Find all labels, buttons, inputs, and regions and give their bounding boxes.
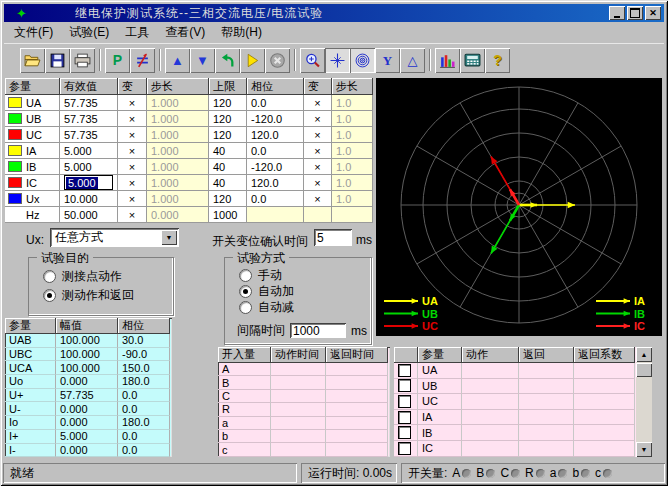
help-button[interactable]: ? bbox=[485, 48, 510, 73]
phase-cell[interactable]: -120.0 bbox=[247, 111, 304, 127]
step-cell[interactable]: 1.0 bbox=[332, 95, 373, 111]
step-cell[interactable]: 1.000 bbox=[147, 127, 209, 143]
menu-item-0[interactable]: 文件(F) bbox=[6, 22, 61, 43]
row-checkbox[interactable] bbox=[398, 379, 411, 392]
dropdown-arrow-icon[interactable]: ▼ bbox=[161, 230, 177, 245]
radio-option-0[interactable]: 手动 bbox=[239, 267, 294, 283]
scroll-thumb[interactable] bbox=[636, 363, 652, 377]
step-cell[interactable]: 1.000 bbox=[147, 159, 209, 175]
phase-cell[interactable] bbox=[247, 207, 304, 223]
value-cell[interactable]: 10.000 bbox=[60, 191, 118, 207]
open-file-button[interactable] bbox=[20, 48, 45, 73]
radio-option-0[interactable]: 测接点动作 bbox=[43, 267, 134, 286]
upper-limit-cell[interactable]: 1000 bbox=[209, 207, 247, 223]
upper-limit-cell[interactable]: 120 bbox=[209, 95, 247, 111]
phase-cell[interactable]: 120.0 bbox=[247, 175, 304, 191]
menu-item-3[interactable]: 查看(V) bbox=[157, 22, 213, 43]
vary-toggle-cell[interactable]: × bbox=[118, 143, 147, 159]
step-cell[interactable]: 1.000 bbox=[147, 191, 209, 207]
phase-cell[interactable]: 0.0 bbox=[247, 95, 304, 111]
phase-cell[interactable]: 0.0 bbox=[247, 191, 304, 207]
step-down-button[interactable]: ▼ bbox=[190, 48, 215, 73]
vary-toggle-cell[interactable]: × bbox=[118, 127, 147, 143]
step-cell[interactable]: 1.000 bbox=[147, 111, 209, 127]
step-cell[interactable]: 1.000 bbox=[147, 143, 209, 159]
interval-input[interactable] bbox=[290, 323, 346, 338]
value-cell[interactable]: 57.735 bbox=[60, 95, 118, 111]
scroll-down-button[interactable]: ▼ bbox=[636, 442, 652, 457]
bar-chart-button[interactable] bbox=[435, 48, 460, 73]
vary-toggle-cell[interactable]: × bbox=[118, 191, 147, 207]
vary-toggle-cell[interactable]: × bbox=[118, 159, 147, 175]
upper-limit-cell[interactable]: 40 bbox=[209, 143, 247, 159]
menu-item-4[interactable]: 帮助(H) bbox=[213, 22, 270, 43]
scroll-track[interactable] bbox=[636, 362, 652, 442]
upper-limit-cell[interactable]: 40 bbox=[209, 159, 247, 175]
value-cell[interactable]: 57.735 bbox=[60, 111, 118, 127]
radio-option-1[interactable]: 测动作和返回 bbox=[43, 286, 134, 305]
row-checkbox[interactable] bbox=[398, 411, 411, 424]
calculator-button[interactable] bbox=[460, 48, 485, 73]
confirm-time-input[interactable] bbox=[314, 229, 352, 246]
maximize-button[interactable] bbox=[627, 6, 643, 20]
y-connection-button[interactable]: Y bbox=[375, 48, 400, 73]
phase-cell[interactable]: 120.0 bbox=[247, 127, 304, 143]
start-test-button[interactable] bbox=[240, 48, 265, 73]
undo-button[interactable] bbox=[215, 48, 240, 73]
scroll-up-button[interactable]: ▲ bbox=[636, 347, 652, 362]
menu-item-1[interactable]: 试验(E) bbox=[61, 22, 117, 43]
title-bar[interactable]: ✦ 继电保护测试系统--三相交流电压/电流试验 ✕ bbox=[4, 4, 664, 22]
step-cell[interactable]: 1.0 bbox=[332, 159, 373, 175]
vary-toggle-cell[interactable]: × bbox=[118, 207, 147, 223]
row-checkbox[interactable] bbox=[398, 364, 411, 377]
print-button[interactable] bbox=[70, 48, 95, 73]
vary-toggle-cell[interactable]: × bbox=[304, 159, 332, 175]
step-cell[interactable]: 1.000 bbox=[147, 175, 209, 191]
row-checkbox[interactable] bbox=[398, 395, 411, 408]
vary-toggle-cell[interactable]: × bbox=[118, 111, 147, 127]
vary-toggle-cell[interactable]: × bbox=[118, 175, 147, 191]
ux-mode-select[interactable]: 任意方式 ▼ bbox=[50, 228, 179, 247]
result-table-scrollbar[interactable]: ▲ ▼ bbox=[636, 347, 652, 457]
step-cell[interactable] bbox=[332, 207, 373, 223]
save-file-button[interactable] bbox=[45, 48, 70, 73]
value-cell[interactable]: 5.000 bbox=[60, 159, 118, 175]
value-cell[interactable]: 50.000 bbox=[60, 207, 118, 223]
step-up-button[interactable]: ▲ bbox=[165, 48, 190, 73]
upper-limit-cell[interactable]: 120 bbox=[209, 191, 247, 207]
step-cell[interactable]: 0.000 bbox=[147, 207, 209, 223]
delta-connection-button[interactable]: △ bbox=[400, 48, 425, 73]
minimize-button[interactable] bbox=[609, 6, 625, 20]
upper-limit-cell[interactable]: 120 bbox=[209, 111, 247, 127]
step-cell[interactable]: 1.0 bbox=[332, 175, 373, 191]
close-button[interactable]: ✕ bbox=[645, 6, 661, 20]
row-checkbox[interactable] bbox=[398, 426, 411, 439]
vary-toggle-cell[interactable]: × bbox=[304, 111, 332, 127]
value-editbox[interactable]: 5.000 bbox=[64, 175, 113, 190]
step-cell[interactable]: 1.0 bbox=[332, 111, 373, 127]
phase-cell[interactable]: -120.0 bbox=[247, 159, 304, 175]
vary-toggle-cell[interactable]: × bbox=[304, 191, 332, 207]
vary-toggle-cell[interactable]: × bbox=[304, 95, 332, 111]
row-checkbox[interactable] bbox=[398, 442, 411, 455]
phase-cell[interactable]: 0.0 bbox=[247, 143, 304, 159]
vary-toggle-cell[interactable]: × bbox=[304, 175, 332, 191]
menu-item-2[interactable]: 工具 bbox=[117, 22, 157, 43]
value-cell[interactable]: 57.735 bbox=[60, 127, 118, 143]
vary-toggle-cell[interactable]: × bbox=[304, 127, 332, 143]
vary-toggle-cell[interactable]: × bbox=[304, 143, 332, 159]
step-cell[interactable]: 1.0 bbox=[332, 143, 373, 159]
step-cell[interactable]: 1.000 bbox=[147, 95, 209, 111]
vary-toggle-cell[interactable]: × bbox=[118, 95, 147, 111]
value-cell[interactable]: 5.000 bbox=[60, 143, 118, 159]
upper-limit-cell[interactable]: 120 bbox=[209, 127, 247, 143]
circle-view-button[interactable] bbox=[350, 48, 375, 73]
param-p-button[interactable]: P bbox=[105, 48, 130, 73]
phase-toggle-button[interactable] bbox=[130, 48, 155, 73]
step-cell[interactable]: 1.0 bbox=[332, 127, 373, 143]
value-cell[interactable]: 5.000 bbox=[60, 175, 118, 191]
radio-option-2[interactable]: 自动减 bbox=[239, 299, 294, 315]
radio-option-1[interactable]: 自动加 bbox=[239, 283, 294, 299]
upper-limit-cell[interactable]: 40 bbox=[209, 175, 247, 191]
zoom-button[interactable] bbox=[300, 48, 325, 73]
